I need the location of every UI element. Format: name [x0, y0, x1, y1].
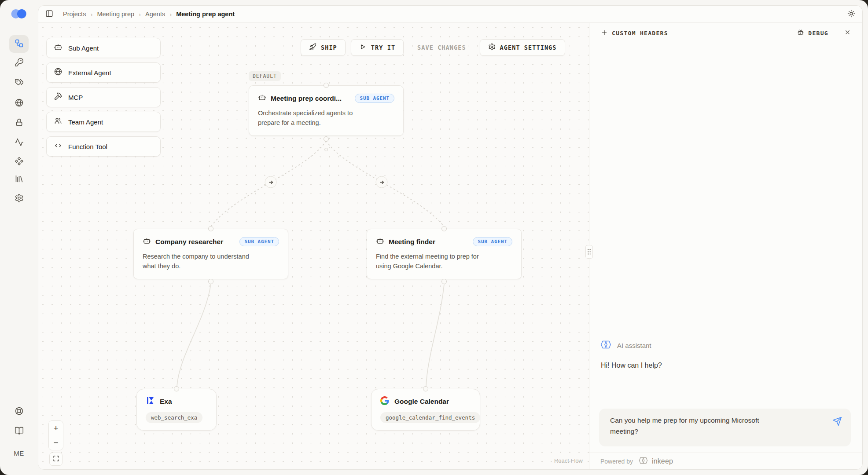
breadcrumb-projects[interactable]: Projects: [63, 11, 86, 18]
palette-item-mcp[interactable]: MCP: [46, 87, 161, 107]
custom-headers-label: CUSTOM HEADERS: [612, 30, 668, 37]
topbar: Projects › Meeting prep › Agents › Meeti…: [38, 6, 862, 23]
theme-toggle-button[interactable]: [847, 10, 855, 19]
node-handle-bottom[interactable]: [324, 136, 329, 142]
node-handle-top[interactable]: [208, 226, 213, 231]
debug-button[interactable]: DEBUG: [797, 29, 828, 37]
breadcrumb-agents[interactable]: Agents: [145, 11, 165, 18]
close-panel-button[interactable]: [844, 29, 851, 37]
palette-item-label: Sub Agent: [68, 44, 99, 52]
rail-item-credentials[interactable]: [9, 114, 29, 132]
rail-item-external[interactable]: [9, 95, 29, 112]
sub-agent-badge: SUB AGENT: [239, 237, 279, 246]
rail-item-api-keys[interactable]: [9, 54, 29, 72]
inkeep-logo[interactable]: [10, 7, 28, 20]
node-handle-top[interactable]: [423, 386, 428, 391]
palette-item-label: Function Tool: [68, 143, 107, 150]
activity-icon: [15, 138, 24, 148]
custom-headers-button[interactable]: CUSTOM HEADERS: [601, 29, 668, 37]
inkeep-assistant-icon: [600, 340, 612, 351]
ship-button-label: SHIP: [321, 44, 337, 51]
flow-canvas[interactable]: Sub Agent External Agent MCP Team Agent …: [38, 23, 589, 469]
palette-item-function-tool[interactable]: Function Tool: [46, 136, 161, 157]
palette-item-external-agent[interactable]: External Agent: [46, 62, 161, 83]
node-handle-bottom[interactable]: [208, 279, 213, 284]
palette-item-sub-agent[interactable]: Sub Agent: [46, 38, 161, 58]
breadcrumb-separator: ›: [90, 11, 92, 18]
rail-item-tags[interactable]: [9, 74, 29, 91]
node-description: Orchestrate specialized agents to prepar…: [258, 109, 368, 128]
try-it-button[interactable]: TRY IT: [351, 39, 404, 56]
panel-resize-handle[interactable]: [585, 245, 593, 259]
try-it-button-label: TRY IT: [371, 44, 395, 51]
inkeep-wordmark-icon: [636, 457, 648, 466]
send-button[interactable]: [832, 417, 842, 428]
node-description: Find the external meeting to prep for us…: [376, 252, 486, 271]
tool-title: Google Calendar: [394, 398, 449, 406]
users-icon: [54, 117, 63, 127]
palette-item-label: MCP: [68, 94, 83, 101]
node-handle-bottom[interactable]: [441, 279, 447, 284]
life-buoy-icon: [15, 406, 24, 417]
rail-item-agent-graph[interactable]: [9, 35, 29, 53]
tool-title: Exa: [160, 398, 172, 406]
workflow-icon: [15, 39, 24, 49]
save-changes-label: SAVE CHANGES: [417, 44, 466, 51]
node-description: Research the company to understand what …: [143, 252, 253, 271]
palette-item-label: External Agent: [68, 69, 111, 77]
chat-input[interactable]: Can you help me prep for my upcoming Mic…: [599, 409, 851, 446]
google-logo-icon: [380, 396, 389, 407]
key-icon: [15, 58, 24, 68]
send-icon: [832, 421, 842, 428]
breadcrumb-meeting-prep[interactable]: Meeting prep: [97, 11, 134, 18]
globe-icon: [15, 98, 24, 109]
bot-icon: [54, 43, 63, 53]
rail-item-help[interactable]: [9, 403, 29, 420]
agent-settings-button[interactable]: AGENT SETTINGS: [480, 39, 565, 56]
zoom-out-button[interactable]: −: [49, 435, 63, 450]
node-handle-top[interactable]: [441, 226, 447, 231]
rail-item-docs[interactable]: [9, 423, 29, 440]
ship-button[interactable]: SHIP: [301, 39, 346, 56]
rail-item-settings[interactable]: [9, 190, 29, 208]
agent-settings-label: AGENT SETTINGS: [500, 44, 557, 51]
rail-item-activity[interactable]: [9, 134, 29, 152]
save-changes-button[interactable]: SAVE CHANGES: [409, 39, 474, 56]
breadcrumb-separator: ›: [169, 11, 172, 18]
hammer-icon: [54, 92, 63, 102]
edge-arrow-icon: [265, 176, 277, 188]
content: Sub Agent External Agent MCP Team Agent …: [38, 23, 862, 469]
fit-view-button[interactable]: [49, 453, 63, 466]
component-icon: [15, 157, 24, 167]
assistant-greeting: Hi! How can I help?: [601, 362, 662, 369]
palette-item-label: Team Agent: [68, 118, 103, 126]
node-company-researcher[interactable]: Company researcher SUB AGENT Research th…: [133, 229, 288, 279]
gear-icon: [15, 194, 24, 204]
chat-footer: Powered by inkeep: [589, 453, 862, 469]
node-handle-top[interactable]: [324, 83, 329, 88]
chat-input-value[interactable]: Can you help me prep for my upcoming Mic…: [610, 415, 782, 446]
zoom-in-button[interactable]: +: [49, 421, 63, 435]
user-avatar[interactable]: ME: [9, 449, 29, 457]
bot-icon: [258, 93, 266, 103]
palette-item-team-agent[interactable]: Team Agent: [46, 112, 161, 132]
panel-left-icon: [45, 10, 53, 19]
react-flow-attribution[interactable]: React Flow: [554, 457, 583, 464]
sidebar-toggle-button[interactable]: [45, 10, 53, 19]
book-open-icon: [15, 426, 24, 437]
node-tool-google-calendar[interactable]: Google Calendar google_calendar_find_eve…: [371, 389, 480, 431]
rocket-icon: [309, 43, 316, 52]
sub-agent-badge: SUB AGENT: [473, 237, 512, 246]
brand-name[interactable]: inkeep: [652, 457, 673, 465]
edge-junction-dot: [324, 148, 328, 151]
node-meeting-prep-coordinator[interactable]: Meeting prep coordi... SUB AGENT Orchest…: [249, 85, 404, 136]
node-handle-top[interactable]: [174, 386, 179, 391]
rail-item-components[interactable]: [9, 153, 29, 171]
app-window: ME Projects › Meeting prep › Agents › Me…: [0, 0, 868, 475]
node-title: Meeting finder: [389, 238, 435, 246]
debug-label: DEBUG: [808, 30, 828, 37]
node-meeting-finder[interactable]: Meeting finder SUB AGENT Find the extern…: [367, 229, 522, 279]
rail-item-library[interactable]: [9, 171, 29, 188]
node-tool-exa[interactable]: Exa web_search_exa: [136, 389, 217, 431]
breadcrumb-separator: ›: [139, 11, 141, 18]
